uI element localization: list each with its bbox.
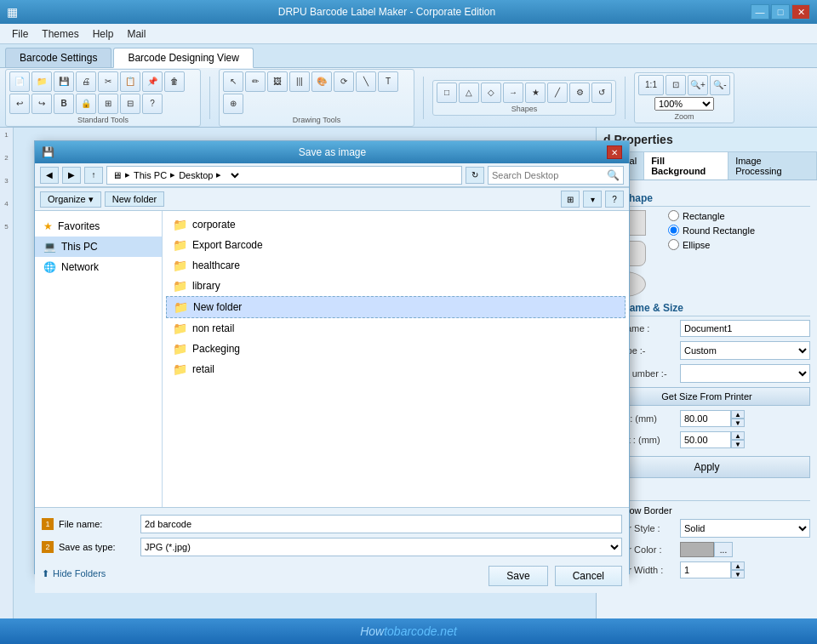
close-button[interactable]: ✕	[791, 4, 810, 20]
width-down-btn[interactable]: ▼	[731, 419, 745, 427]
border-width-down-btn[interactable]: ▼	[731, 570, 745, 578]
radio-round-rect[interactable]: Round Rectangle	[668, 225, 755, 236]
tb-lock[interactable]: 🔒	[76, 94, 96, 114]
tb-pencil[interactable]: ✏	[245, 71, 266, 92]
border-width-up-btn[interactable]: ▲	[731, 561, 745, 570]
tb-redo[interactable]: ↪	[31, 94, 52, 114]
nav-forward-btn[interactable]: ▶	[62, 167, 81, 184]
sidebar-favorites[interactable]: ★ Favorites	[35, 216, 162, 237]
tb-text[interactable]: T	[378, 71, 398, 92]
file-non-retail[interactable]: 📁 non retail	[166, 318, 626, 339]
breadcrumb-desktop[interactable]: Desktop	[179, 170, 213, 180]
tb-paste[interactable]: 📌	[142, 71, 163, 92]
file-export-barcode[interactable]: 📁 Export Barcode	[166, 235, 626, 255]
radio-ellipse-input[interactable]	[668, 239, 679, 250]
sidebar-network[interactable]: 🌐 Network	[35, 257, 162, 277]
tb-shape-star[interactable]: ★	[525, 83, 546, 103]
maximize-button[interactable]: □	[771, 4, 790, 20]
border-style-select[interactable]: Solid Dashed Dotted	[680, 519, 810, 538]
tb-shape-tri[interactable]: △	[459, 83, 479, 103]
hide-folders-btn[interactable]: ⬆ Hide Folders	[42, 565, 106, 583]
tb-help[interactable]: ?	[142, 94, 163, 114]
apply-btn[interactable]: Apply	[603, 456, 810, 478]
tab-barcode-designing[interactable]: Barcode Designing View	[113, 48, 254, 68]
tab-barcode-settings[interactable]: Barcode Settings	[5, 48, 111, 67]
sidebar-this-pc[interactable]: 💻 This PC	[35, 237, 162, 257]
tb-print[interactable]: 🖨	[76, 71, 96, 92]
tb-open[interactable]: 📁	[31, 71, 52, 92]
tb-line[interactable]: ╲	[356, 71, 376, 92]
height-down-btn[interactable]: ▼	[731, 440, 745, 448]
tb-shape-gear[interactable]: ⚙	[569, 83, 590, 103]
menu-file[interactable]: File	[5, 26, 35, 42]
props-tab-image[interactable]: Image Processing	[728, 152, 817, 180]
save-button[interactable]: Save	[488, 566, 547, 586]
organize-btn[interactable]: Organize ▾	[40, 191, 101, 208]
width-input[interactable]	[680, 410, 731, 427]
help-btn[interactable]: ?	[605, 191, 624, 208]
tb-copy[interactable]: 📋	[120, 71, 140, 92]
tb-bold[interactable]: B	[54, 94, 74, 114]
radio-rectangle[interactable]: Rectangle	[668, 210, 755, 221]
zoom-in-btn[interactable]: 🔍+	[688, 75, 708, 95]
menu-mail[interactable]: Mail	[120, 26, 152, 42]
zoom-select[interactable]: 100% 75% 150%	[654, 97, 714, 111]
nav-back-btn[interactable]: ◀	[40, 167, 59, 184]
file-healthcare[interactable]: 📁 healthcare	[166, 255, 626, 276]
card-type-select[interactable]: Custom Standard	[680, 341, 810, 360]
tb-shape-dia[interactable]: ◇	[481, 83, 501, 103]
tb-shape-line[interactable]: ╱	[547, 83, 568, 103]
zoom-fit-btn[interactable]: ⊡	[666, 75, 686, 95]
cancel-button[interactable]: Cancel	[555, 566, 622, 586]
card-name-input[interactable]	[680, 320, 810, 337]
tb-barcode[interactable]: |||	[289, 71, 310, 92]
zoom-ratio-btn[interactable]: 1:1	[638, 75, 664, 95]
dialog-close-btn[interactable]: ✕	[607, 145, 622, 159]
file-library[interactable]: 📁 library	[166, 276, 626, 296]
nav-up-btn[interactable]: ↑	[84, 167, 103, 184]
border-color-swatch[interactable]	[680, 542, 714, 557]
radio-round-rect-input[interactable]	[668, 225, 679, 236]
breadcrumb-select[interactable]	[225, 169, 242, 181]
props-tab-fill[interactable]: Fill Background	[644, 152, 728, 180]
tb-grid[interactable]: ⊟	[120, 94, 140, 114]
tb-color[interactable]: 🎨	[311, 71, 332, 92]
tb-select[interactable]: ↖	[223, 71, 243, 92]
file-corporate[interactable]: 📁 corporate	[166, 214, 626, 235]
get-size-btn[interactable]: Get Size From Printer	[603, 387, 810, 406]
tb-cut[interactable]: ✂	[98, 71, 118, 92]
tb-database[interactable]: ⊕	[223, 94, 243, 114]
tb-undo[interactable]: ↩	[9, 94, 30, 114]
nav-refresh-btn[interactable]: ↻	[466, 167, 484, 184]
view-btn[interactable]: ⊞	[561, 191, 580, 208]
tb-shape-curve[interactable]: ↺	[591, 83, 612, 103]
breadcrumb-thispc[interactable]: This PC	[134, 170, 167, 180]
product-number-select[interactable]	[680, 364, 810, 383]
new-folder-btn[interactable]: New folder	[105, 191, 165, 207]
search-input[interactable]	[492, 170, 607, 180]
tb-shape-arrow[interactable]: →	[503, 83, 523, 103]
border-width-input[interactable]	[680, 561, 731, 578]
menu-help[interactable]: Help	[86, 26, 121, 42]
file-packeging[interactable]: 📁 Packeging	[166, 339, 626, 359]
tb-table[interactable]: ⊞	[98, 94, 118, 114]
radio-rect-input[interactable]	[668, 210, 679, 221]
width-up-btn[interactable]: ▲	[731, 410, 745, 419]
view-down-btn[interactable]: ▾	[583, 191, 602, 208]
tb-image[interactable]: 🖼	[267, 71, 288, 92]
tb-save[interactable]: 💾	[54, 71, 74, 92]
radio-ellipse[interactable]: Ellipse	[668, 239, 755, 250]
filename-input[interactable]	[140, 515, 622, 533]
tb-new[interactable]: 📄	[9, 71, 30, 92]
file-retail[interactable]: 📁 retail	[166, 359, 626, 379]
menu-themes[interactable]: Themes	[35, 26, 85, 42]
tb-rotate[interactable]: ⟳	[334, 71, 354, 92]
file-new-folder[interactable]: 📁 New folder	[166, 296, 626, 318]
tb-delete[interactable]: 🗑	[164, 71, 185, 92]
filetype-select[interactable]: JPG (*.jpg) PNG (*.png) BMP (*.bmp)	[140, 538, 622, 556]
height-input[interactable]	[680, 431, 731, 448]
zoom-out-btn[interactable]: 🔍-	[710, 75, 730, 95]
height-up-btn[interactable]: ▲	[731, 431, 745, 440]
tb-shape-rect[interactable]: □	[437, 83, 457, 103]
border-color-picker-btn[interactable]: ...	[714, 542, 733, 557]
